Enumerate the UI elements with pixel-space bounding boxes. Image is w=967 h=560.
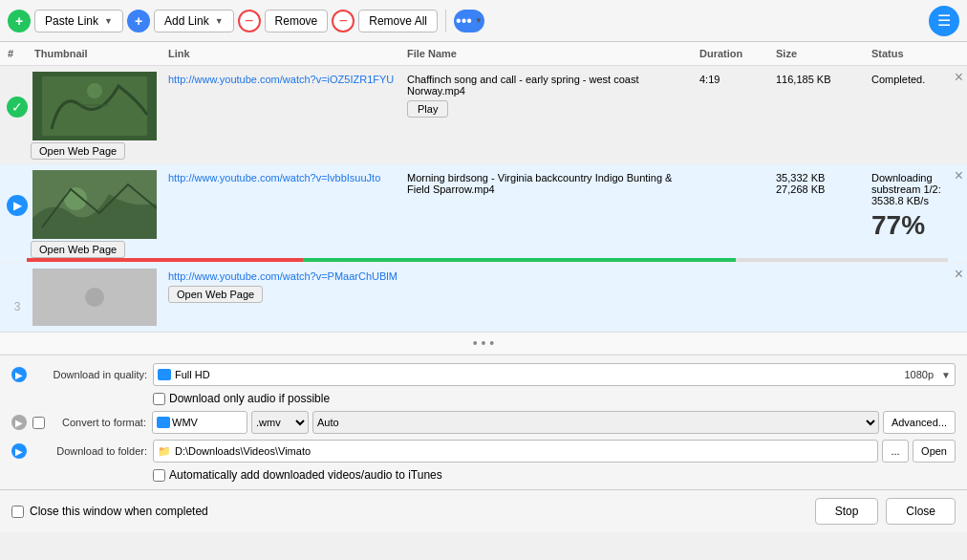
- stop-button[interactable]: Stop: [815, 498, 879, 525]
- col-link: Link: [164, 46, 403, 61]
- folder-path-display: 📁 D:\Downloads\Videos\Vimato: [153, 440, 878, 463]
- row1-play-button[interactable]: Play: [407, 100, 448, 118]
- bottom-left: Close this window when completed: [11, 505, 208, 518]
- col-filename: File Name: [403, 46, 696, 61]
- row2-status-icon: ▶: [4, 168, 31, 216]
- row2-size-top: 35,332 KB: [776, 172, 864, 183]
- row2-progress-bar-container: [27, 258, 948, 262]
- remove-all-button[interactable]: Remove All: [358, 10, 438, 32]
- folder-icon: 📁: [158, 445, 171, 458]
- audio-only-checkbox[interactable]: [153, 393, 165, 405]
- hamburger-icon: ☰: [937, 11, 951, 30]
- row2-speed: Downloading substream 1/2: 3538.8 KB/s: [871, 172, 959, 206]
- row2-link-col: http://www.youtube.com/watch?v=lvbbIsuuJ…: [164, 168, 403, 191]
- folder-input-row: 📁 D:\Downloads\Videos\Vimato ... Open: [153, 440, 956, 463]
- quality-select[interactable]: Full HD 1080p ▼: [153, 363, 956, 386]
- downloading-icon: ▶: [7, 195, 28, 216]
- table-header: # Thumbnail Link File Name Duration Size…: [0, 42, 967, 66]
- paste-link-icon-btn[interactable]: +: [8, 10, 31, 32]
- paste-link-dropdown-arrow[interactable]: ▼: [104, 16, 113, 26]
- remove-label: Remove: [275, 14, 318, 28]
- toolbar: + Paste Link ▼ + Add Link ▼ − Remove − R…: [0, 0, 967, 42]
- more-icon: •••: [456, 12, 472, 30]
- row3-link-url: http://www.youtube.com/watch?v=PMaarChUB…: [168, 270, 959, 282]
- row1-close-button[interactable]: ×: [955, 70, 963, 85]
- table-row: ▶ Open Web Page http://www.youtube.com/w…: [0, 164, 967, 263]
- monitor-icon: [158, 369, 171, 380]
- col-num: #: [4, 46, 31, 61]
- row2-link-url: http://www.youtube.com/watch?v=lvbbIsuuJ…: [168, 172, 399, 183]
- row2-filename-text: Morning birdsong - Virginia backcountry …: [407, 172, 692, 195]
- settings-panel: ▶ Download in quality: Full HD 1080p ▼ D…: [0, 355, 967, 489]
- row1-status: Completed.: [868, 70, 963, 89]
- paste-link-label: Paste Link: [45, 14, 98, 28]
- close-when-done-checkbox[interactable]: [11, 506, 24, 518]
- add-link-label: Add Link: [164, 14, 209, 28]
- quality-resolution: 1080p: [905, 369, 935, 380]
- remove-button[interactable]: Remove: [265, 10, 329, 32]
- quality-info-icon[interactable]: ▶: [11, 367, 27, 382]
- col-status: Status: [868, 46, 963, 61]
- folder-row: ▶ Download to folder: 📁 D:\Downloads\Vid…: [11, 440, 956, 463]
- table-row: ✓ Open Web Page http://www.youtube.com/w…: [0, 66, 967, 164]
- row2-duration: [696, 168, 772, 176]
- pending-circle-icon: [85, 288, 104, 307]
- row2-close-button[interactable]: ×: [955, 168, 963, 183]
- row3-open-web-button[interactable]: Open Web Page: [168, 286, 263, 303]
- itunes-label: Automatically add downloaded videos/audi…: [169, 468, 442, 482]
- add-link-button[interactable]: Add Link ▼: [154, 10, 234, 32]
- open-folder-button[interactable]: Open: [913, 440, 956, 463]
- row1-size: 116,185 KB: [772, 70, 868, 89]
- audio-only-label: Download only audio if possible: [169, 392, 330, 405]
- itunes-row: Automatically add downloaded videos/audi…: [153, 468, 956, 482]
- row1-status-icon: ✓: [4, 70, 31, 118]
- row2-open-web-button[interactable]: Open Web Page: [31, 241, 125, 258]
- convert-info-icon[interactable]: ▶: [11, 415, 27, 430]
- add-link-icon-btn[interactable]: +: [127, 10, 150, 32]
- folder-label: Download to folder:: [32, 445, 147, 457]
- row3-close-button[interactable]: ×: [955, 267, 963, 282]
- more-button[interactable]: ••• ▼: [454, 10, 484, 32]
- quality-row: ▶ Download in quality: Full HD 1080p ▼: [11, 363, 956, 386]
- convert-checkbox[interactable]: [32, 417, 45, 429]
- format-ext-select[interactable]: .wmv.mp4.avi: [251, 411, 309, 434]
- folder-path-text: D:\Downloads\Videos\Vimato: [175, 445, 311, 457]
- audio-only-row: Download only audio if possible: [153, 392, 956, 405]
- browse-button[interactable]: ...: [882, 440, 909, 463]
- col-duration: Duration: [696, 46, 772, 61]
- menu-button[interactable]: ☰: [929, 6, 959, 36]
- col-thumbnail: Thumbnail: [31, 46, 164, 61]
- advanced-button[interactable]: Advanced...: [883, 411, 956, 434]
- quality-select-inner: Full HD: [158, 369, 905, 380]
- row1-duration: 4:19: [696, 70, 772, 89]
- row2-percent: 77%: [871, 210, 959, 241]
- quality-dropdown-arrow: ▼: [941, 370, 951, 380]
- row1-filename-text: Chaffinch song and call - early spring -…: [407, 74, 692, 97]
- quality-label: Download in quality:: [32, 369, 147, 380]
- more-rows-indicator: • • •: [0, 333, 967, 355]
- folder-info-icon[interactable]: ▶: [11, 443, 27, 459]
- remove-all-icon-btn[interactable]: −: [332, 10, 355, 32]
- bottom-bar: Close this window when completed Stop Cl…: [0, 489, 967, 532]
- row1-thumbnail: Open Web Page: [31, 70, 164, 160]
- row2-size-bottom: 27,268 KB: [776, 183, 864, 195]
- row1-open-web-button[interactable]: Open Web Page: [31, 142, 125, 160]
- row1-link-url: http://www.youtube.com/watch?v=iOZ5IZR1F…: [168, 74, 399, 85]
- row2-size: 35,332 KB 27,268 KB: [772, 168, 868, 199]
- svg-point-2: [87, 83, 102, 98]
- remove-icon-btn[interactable]: −: [238, 10, 261, 32]
- separator: [445, 10, 446, 32]
- convert-row: ▶ Convert to format: WMV .wmv.mp4.avi Au…: [11, 411, 956, 434]
- quality-name: Full HD: [175, 369, 210, 380]
- bottom-right: Stop Close: [815, 498, 956, 525]
- row1-filename: Chaffinch song and call - early spring -…: [403, 70, 696, 121]
- row1-link-col: http://www.youtube.com/watch?v=iOZ5IZR1F…: [164, 70, 403, 93]
- add-link-dropdown-arrow[interactable]: ▼: [215, 16, 224, 26]
- row3-thumbnail: [31, 267, 164, 328]
- row2-thumbnail: Open Web Page: [31, 168, 164, 258]
- close-button[interactable]: Close: [886, 498, 956, 525]
- auto-select[interactable]: Auto: [312, 411, 879, 434]
- itunes-checkbox[interactable]: [153, 469, 165, 482]
- paste-link-button[interactable]: Paste Link ▼: [34, 10, 123, 32]
- col-size: Size: [772, 46, 868, 61]
